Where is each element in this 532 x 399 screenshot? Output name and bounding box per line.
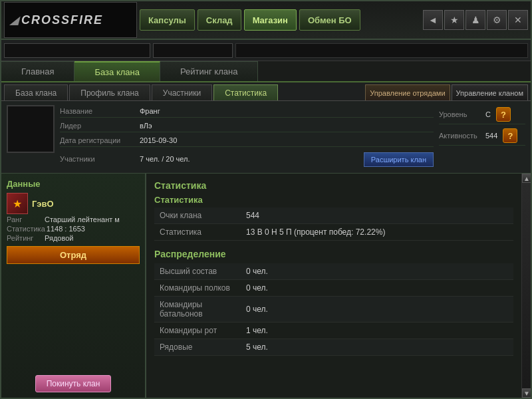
level-help-btn[interactable]: ? — [496, 107, 511, 122]
table-row: Командиры рот1 чел. — [154, 323, 513, 339]
row-value: 13 В 0 Н 5 П (процент побед: 72.22%) — [241, 224, 513, 241]
squad-btn[interactable]: Отряд — [7, 246, 140, 264]
data-title: Данные — [7, 179, 140, 189]
person-icon[interactable]: ♟ — [466, 10, 485, 30]
clan-members-row: Участники 7 чел. / 20 чел. Расширить кла… — [60, 149, 434, 169]
rating-label: Рейтинг — [7, 234, 43, 242]
left-panel: Данные ★ ГэвО Ранг Старший лейтенант м С… — [1, 174, 146, 398]
clan-profile-area: Название Франг Лидер вЛэ Дата регистраци… — [1, 101, 531, 174]
manage-clan-btn[interactable]: Управление кланом — [452, 84, 528, 100]
clan-activity-label: Активность — [439, 132, 485, 140]
stats-label: Статистика — [7, 225, 45, 233]
clan-level-value: C — [485, 110, 491, 118]
tab-clan-base[interactable]: База клана — [74, 61, 160, 81]
content-area: Данные ★ ГэвО Ранг Старший лейтенант м С… — [1, 174, 531, 398]
row-value: 1 чел. — [241, 323, 513, 339]
settings-icon[interactable]: ⚙ — [487, 10, 507, 30]
stats-table: Очки клана544Статистика13 В 0 Н 5 П (про… — [154, 207, 513, 241]
clan-name-value: Франг — [140, 107, 160, 115]
top-input-2[interactable] — [153, 43, 233, 58]
dist-table: Высший состав0 чел.Командиры полков0 чел… — [154, 263, 513, 356]
header: ◢ CRoSSfIRE Капсулы Склад Магазин Обмен … — [1, 1, 531, 40]
nav-exchange[interactable]: Обмен БО — [299, 9, 360, 31]
data-section: Данные ★ ГэвО Ранг Старший лейтенант м С… — [7, 179, 140, 264]
row-label: Высший состав — [154, 263, 241, 280]
table-row: Рядовые5 чел. — [154, 339, 513, 356]
activity-help-btn[interactable]: ? — [503, 128, 517, 143]
logo-icon: ◢ — [10, 14, 19, 27]
clan-activity-value: 544 — [485, 132, 497, 140]
stats-section-title: Статистика — [154, 180, 513, 191]
row-label: Статистика — [154, 224, 241, 241]
logo-text-label: CRoSSfIRE — [21, 13, 103, 27]
leave-clan-btn[interactable]: Покинуть клан — [35, 375, 112, 392]
rating-value: Рядовой — [45, 234, 73, 242]
clan-members-value: 7 чел. / 20 чел. — [140, 155, 190, 163]
row-value: 0 чел. — [241, 280, 513, 297]
table-row: Командиры полков0 чел. — [154, 280, 513, 297]
rating-row: Рейтинг Рядовой — [7, 234, 140, 242]
header-right: ◄ ★ ♟ ⚙ ✕ — [423, 10, 528, 30]
back-icon[interactable]: ◄ — [423, 10, 443, 30]
player-row: ★ ГэвО — [7, 193, 140, 214]
table-row: Командиры батальонов0 чел. — [154, 297, 513, 323]
row-label: Очки клана — [154, 207, 241, 224]
tab-main[interactable]: Главная — [1, 61, 74, 81]
nav-storage[interactable]: Склад — [198, 9, 241, 31]
table-row: Статистика13 В 0 Н 5 П (процент побед: 7… — [154, 224, 513, 241]
rank-label: Ранг — [7, 215, 43, 223]
table-row: Очки клана544 — [154, 207, 513, 224]
row-label: Рядовые — [154, 339, 241, 356]
row-value: 0 чел. — [241, 297, 513, 323]
scroll-up-btn[interactable]: ▲ — [522, 174, 531, 183]
expand-clan-btn[interactable]: Расширить клан — [364, 152, 434, 167]
right-panel: Статистика Статистика Очки клана544Стати… — [146, 174, 521, 398]
stats-value: 1148 : 1653 — [47, 225, 85, 233]
row-value: 0 чел. — [241, 263, 513, 280]
subtab-clan-profile[interactable]: Профиль клана — [69, 84, 150, 100]
scrollbar: ▲ ▼ — [521, 174, 531, 398]
top-input-1[interactable] — [4, 43, 150, 58]
stats-row: Статистика 1148 : 1653 — [7, 225, 140, 233]
subtab-members[interactable]: Участники — [152, 84, 212, 100]
manage-squads-btn[interactable]: Управление отрядами — [365, 84, 450, 100]
app-container: ◢ CRoSSfIRE Капсулы Склад Магазин Обмен … — [0, 0, 532, 399]
star-icon[interactable]: ★ — [444, 10, 464, 30]
close-icon[interactable]: ✕ — [508, 10, 528, 30]
row-label: Командиры батальонов — [154, 297, 241, 323]
nav-shop[interactable]: Магазин — [244, 9, 297, 31]
topbar — [1, 40, 531, 61]
clan-reg-label: Дата регистрации — [60, 136, 140, 144]
clan-leader-row: Лидер вЛэ — [60, 120, 434, 132]
clan-reg-row: Дата регистрации 2015-09-30 — [60, 134, 434, 147]
clan-name-label: Название — [60, 107, 140, 115]
clan-leader-value: вЛэ — [140, 122, 152, 130]
subtab-stats[interactable]: Статистика — [213, 84, 278, 100]
clan-activity-row: Активность 544 ? — [439, 126, 525, 146]
table-row: Высший состав0 чел. — [154, 263, 513, 280]
row-value: 5 чел. — [241, 339, 513, 356]
subtab-clan-base[interactable]: База клана — [4, 84, 68, 100]
clan-leader-label: Лидер — [60, 122, 140, 130]
clan-reg-value: 2015-09-30 — [140, 136, 177, 144]
main-tabs: Главная База клана Рейтинг клана — [1, 61, 531, 82]
tab-clan-rating[interactable]: Рейтинг клана — [160, 61, 258, 81]
player-avatar: ★ — [7, 193, 28, 214]
nav-capsules[interactable]: Капсулы — [140, 9, 195, 31]
scroll-down-btn[interactable]: ▼ — [522, 388, 531, 398]
row-label: Командиры рот — [154, 323, 241, 339]
clan-avatar — [7, 105, 55, 153]
row-value: 544 — [241, 207, 513, 224]
rank-row: Ранг Старший лейтенант м — [7, 215, 140, 223]
clan-members-label: Участники — [60, 155, 140, 163]
dist-title: Распределение — [154, 249, 513, 259]
player-name: ГэвО — [32, 199, 54, 209]
row-label: Командиры полков — [154, 280, 241, 297]
clan-name-row: Название Франг — [60, 105, 434, 118]
clan-level-row: Уровень C ? — [439, 105, 525, 124]
stats-subsection-title: Статистика — [154, 195, 513, 205]
logo: ◢ CRoSSfIRE — [10, 13, 103, 27]
clan-level-label: Уровень — [439, 110, 485, 118]
rank-value: Старший лейтенант м — [45, 215, 120, 223]
sub-tabs: База клана Профиль клана Участники Стати… — [1, 82, 531, 101]
